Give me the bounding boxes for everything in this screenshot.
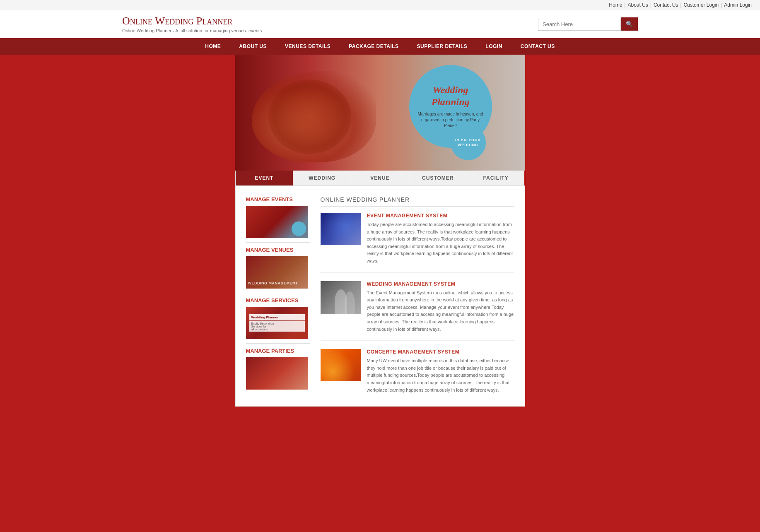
search-button[interactable]: 🔍 — [621, 17, 638, 31]
nav-packages[interactable]: PACKAGE DETAILS — [340, 38, 408, 55]
manage-parties-title: MANAGE PARTIES — [246, 348, 310, 354]
nav-home[interactable]: HOME — [196, 38, 230, 55]
sidebar-divider-1 — [246, 242, 310, 243]
content-para-1: Today people are accustomed to accessing… — [367, 221, 514, 265]
content-block-3: CONCERTE MANAGEMENT SYSTEM Many UW event… — [321, 349, 514, 394]
tab-facility[interactable]: FACILITY — [467, 171, 525, 185]
admin-login-toplink[interactable]: Admin Login — [724, 2, 752, 8]
content-text-2: WEDDING MANAGEMENT SYSTEM The Event Mana… — [367, 281, 514, 333]
hero-circle-title: Wedding Planning — [417, 84, 485, 108]
sidebar-manage-events: MANAGE EVENTS — [246, 196, 310, 238]
about-toplink[interactable]: About Us — [627, 2, 648, 8]
content-img-2 — [321, 281, 361, 314]
manage-services-img: Wedding Planner Exotic DecorationService… — [246, 307, 308, 339]
nav-supplier[interactable]: SUPPLIER DETAILS — [408, 38, 477, 55]
tab-event[interactable]: EVENT — [236, 171, 294, 185]
nav-contact[interactable]: CONTACT US — [511, 38, 564, 55]
tab-venue[interactable]: VENUE — [351, 171, 409, 185]
content-para-2: The Event Management System runs online,… — [367, 289, 514, 333]
main-nav: HOME ABOUT US VENUES DETAILS PACKAGE DET… — [0, 38, 760, 55]
site-subtitle: Online Wedding Planner - A full solution… — [122, 28, 262, 33]
manage-venues-img: WEDDING MANAGEMENT — [246, 256, 308, 289]
site-header: Online Wedding Planner Online Wedding Pl… — [0, 10, 760, 38]
content-heading-1: EVENT MANAGEMENT SYSTEM — [367, 213, 514, 219]
sidebar-manage-parties: MANAGE PARTIES — [246, 348, 310, 390]
hero-banner: Wedding Planning Marriages are made in h… — [235, 55, 525, 171]
sidebar-divider-2 — [246, 293, 310, 293]
content-img-1 — [321, 213, 361, 245]
content-heading-2: WEDDING MANAGEMENT SYSTEM — [367, 281, 514, 287]
contact-toplink[interactable]: Contact Us — [654, 2, 678, 8]
top-bar: Home | About Us | Contact Us | Customer … — [0, 0, 760, 10]
sidebar-manage-venues: MANAGE VENUES WEDDING MANAGEMENT — [246, 247, 310, 289]
nav-venues[interactable]: VENUES DETAILS — [276, 38, 340, 55]
sidebar-divider-3 — [246, 343, 310, 344]
left-sidebar: MANAGE EVENTS MANAGE VENUES WEDDING MANA… — [246, 196, 310, 394]
tab-bar: EVENT WEDDING VENUE CUSTOMER FACILITY — [235, 171, 525, 186]
right-content: ONLINE WEDDING PLANNER EVENT MANAGEMENT … — [321, 196, 514, 394]
manage-venues-title: MANAGE VENUES — [246, 247, 310, 253]
tab-wedding[interactable]: WEDDING — [293, 171, 351, 185]
logo-area: Online Wedding Planner Online Wedding Pl… — [6, 15, 262, 33]
main-content: MANAGE EVENTS MANAGE VENUES WEDDING MANA… — [235, 186, 525, 407]
manage-events-title: MANAGE EVENTS — [246, 196, 310, 202]
content-text-3: CONCERTE MANAGEMENT SYSTEM Many UW event… — [367, 349, 514, 394]
plan-wedding-button[interactable]: PLAN YOUR WEDDING — [451, 125, 486, 160]
site-title: Online Wedding Planner — [122, 15, 262, 27]
content-block-2: WEDDING MANAGEMENT SYSTEM The Event Mana… — [321, 281, 514, 341]
content-heading-3: CONCERTE MANAGEMENT SYSTEM — [367, 349, 514, 355]
manage-parties-img — [246, 357, 308, 390]
search-area: 🔍 — [538, 17, 754, 31]
nav-about[interactable]: ABOUT US — [230, 38, 276, 55]
search-input[interactable] — [538, 18, 621, 31]
content-img-3 — [321, 349, 361, 381]
manage-events-img — [246, 206, 308, 238]
manage-services-title: MANAGE SERVICES — [246, 297, 310, 303]
home-toplink[interactable]: Home — [609, 2, 622, 8]
customer-login-toplink[interactable]: Customer Login — [683, 2, 719, 8]
content-block-1: EVENT MANAGEMENT SYSTEM Today people are… — [321, 213, 514, 273]
sidebar-manage-services: MANAGE SERVICES Wedding Planner Exotic D… — [246, 297, 310, 339]
content-para-3: Many UW event have multiple records in t… — [367, 357, 514, 394]
tab-customer[interactable]: CUSTOMER — [409, 171, 467, 185]
content-text-1: EVENT MANAGEMENT SYSTEM Today people are… — [367, 213, 514, 265]
nav-login[interactable]: LOGIN — [476, 38, 511, 55]
section-main-title: ONLINE WEDDING PLANNER — [321, 196, 514, 207]
